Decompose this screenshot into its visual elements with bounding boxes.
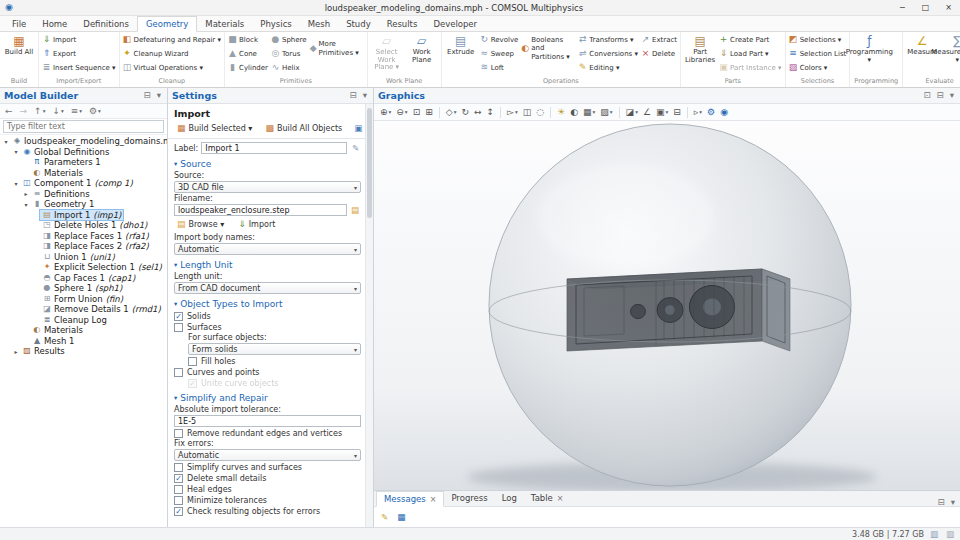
settings-scrollbar[interactable] xyxy=(365,104,373,527)
print-icon[interactable]: ⊟ xyxy=(671,107,683,118)
tree-filter-input[interactable] xyxy=(3,120,164,133)
checkbox-solids[interactable]: ✓Solids xyxy=(174,311,361,321)
tree-item-loudspeaker-modeling-domains-mph[interactable]: ▾◈loudspeaker_modeling_domains.mph(root) xyxy=(0,136,167,147)
ribbon-tab-definitions[interactable]: Definitions xyxy=(75,17,137,31)
transparency-icon[interactable]: ◐ xyxy=(568,107,580,118)
ribbon-tab-developer[interactable]: Developer xyxy=(425,17,485,31)
ribbon-tab-study[interactable]: Study xyxy=(338,17,379,31)
tree-item-import-1[interactable]: ▤Import 1(imp1) xyxy=(0,210,167,221)
close-tab-icon[interactable]: × xyxy=(430,495,437,504)
ribbon-insert-sequence[interactable]: ≣Insert Sequence ▾ xyxy=(41,61,117,74)
tree-item-results[interactable]: ▸▨Results xyxy=(0,346,167,357)
ribbon-work-plane[interactable]: ▱Work Plane xyxy=(405,33,439,76)
panel-menu-icon[interactable]: ▾ xyxy=(949,498,957,507)
rotate-view-icon[interactable]: ↻ xyxy=(459,107,471,118)
tree-item-explicit-selection-1[interactable]: ✦Explicit Selection 1(sel1) xyxy=(0,262,167,273)
checkbox-check-resulting-objects-for-errors[interactable]: ✓Check resulting objects for errors xyxy=(174,506,361,516)
ribbon-conversions[interactable]: ⇌Conversions ▾ xyxy=(577,47,639,60)
tree-item-geometry-1[interactable]: ▾▮Geometry 1 xyxy=(0,199,167,210)
checkbox-heal-edges[interactable]: Heal edges xyxy=(174,484,361,494)
ribbon-extrude[interactable]: ▤Extrude xyxy=(444,33,478,76)
tree-item-union-1[interactable]: ⊔Union 1(uni1) xyxy=(0,252,167,263)
collapse-panel-icon[interactable]: ⊟ xyxy=(142,91,153,100)
ribbon-tab-materials[interactable]: Materials xyxy=(197,17,252,31)
ribbon-extract[interactable]: ↗Extract xyxy=(640,33,678,46)
section-header-object-types-to-import[interactable]: ▾Object Types to Import xyxy=(174,299,361,309)
detach-panel-icon[interactable]: ⊡ xyxy=(921,91,932,100)
maximize-button[interactable]: □ xyxy=(914,0,937,16)
panel-menu-icon[interactable]: ▾ xyxy=(361,91,369,100)
go-to-default-view-icon[interactable]: ◇▾ xyxy=(444,107,459,118)
tree-item-replace-faces-2[interactable]: ◨Replace Faces 2(rfa2) xyxy=(0,241,167,252)
tree-item-cleanup-log[interactable]: ≣Cleanup Log xyxy=(0,315,167,326)
tree-item-parameters-1[interactable]: πParameters 1 xyxy=(0,157,167,168)
zoom-extents-icon[interactable]: ⊡ xyxy=(411,107,423,118)
ribbon-defeaturing-and-repair[interactable]: ◧Defeaturing and Repair ▾ xyxy=(122,33,222,46)
ribbon-booleans-and-partitions[interactable]: ◐Booleans and Partitions ▾ xyxy=(520,35,576,62)
show-options-icon[interactable]: ≡▾ xyxy=(69,106,84,117)
ribbon-cone[interactable]: ▲Cone xyxy=(227,47,269,60)
ribbon-export[interactable]: ⇑Export xyxy=(41,47,117,60)
ribbon-cleanup-wizard[interactable]: ✦Cleanup Wizard xyxy=(122,47,222,60)
tab-messages[interactable]: Messages× xyxy=(376,491,444,507)
panel-menu-icon[interactable]: ▾ xyxy=(948,91,956,100)
snapshot-icon[interactable]: ▣ xyxy=(352,124,364,133)
label-input[interactable] xyxy=(201,142,347,154)
ribbon-tab-results[interactable]: Results xyxy=(379,17,426,31)
tree-item-form-union[interactable]: ⊞Form Union(fin) xyxy=(0,294,167,305)
ribbon-tab-home[interactable]: Home xyxy=(34,17,75,31)
collapse-panel-icon[interactable]: ⊟ xyxy=(348,91,359,100)
ribbon-sweep[interactable]: ≈Sweep xyxy=(479,47,520,60)
camera-icon[interactable]: ◉ xyxy=(718,107,730,118)
clip-plane-icon[interactable]: ◪▾ xyxy=(624,107,640,118)
tree-item-global-definitions[interactable]: ▾◉Global Definitions xyxy=(0,147,167,158)
section-header-length-unit[interactable]: ▾Length Unit xyxy=(174,260,361,270)
tree-item-remove-details-1[interactable]: ◪Remove Details 1(rmd1) xyxy=(0,304,167,315)
plot-settings-icon[interactable]: ⚙ xyxy=(705,107,717,118)
ribbon-selections[interactable]: ◩Selections ▾ xyxy=(788,33,848,46)
wireframe-icon[interactable]: ▦▾ xyxy=(581,107,597,118)
lasso-select-icon[interactable]: ◌ xyxy=(534,107,546,118)
animation-icon[interactable]: ▹▾ xyxy=(692,107,704,118)
tilt-view-icon[interactable]: ↕ xyxy=(485,107,497,118)
ribbon-tab-geometry[interactable]: Geometry xyxy=(137,16,197,32)
zoom-out-icon[interactable]: ⊖▾ xyxy=(394,107,409,118)
tab-table[interactable]: Table× xyxy=(524,490,571,506)
collapse-panel-icon[interactable]: ⊟ xyxy=(935,91,946,100)
ribbon-load-part[interactable]: ⇓Load Part ▾ xyxy=(718,47,783,60)
checkbox-simplify-curves-and-surfaces[interactable]: Simplify curves and surfaces xyxy=(174,462,361,472)
button-build-selected[interactable]: ▦Build Selected ▾ xyxy=(174,123,255,134)
graphics-canvas[interactable] xyxy=(374,121,960,490)
tree-item-replace-faces-1[interactable]: ◨Replace Faces 1(rfa1) xyxy=(0,231,167,242)
tree-item-component-1[interactable]: ▾◫Component 1(comp 1) xyxy=(0,178,167,189)
checkbox-minimize-tolerances[interactable]: Minimize tolerances xyxy=(174,495,361,505)
memory-physical-icon[interactable]: ▥ xyxy=(928,530,940,539)
ribbon-part-libraries[interactable]: ▤Part Libraries xyxy=(683,33,717,76)
ribbon-import[interactable]: ⇓Import xyxy=(41,33,117,46)
checkbox-surfaces[interactable]: Surfaces xyxy=(174,322,361,332)
ribbon-programming[interactable]: ƒProgramming ▾ xyxy=(852,33,886,76)
ribbon-measurements[interactable]: ∑Measurements ▾ xyxy=(940,33,960,76)
length-unit-select[interactable]: From CAD document▾ xyxy=(174,282,361,294)
ribbon-colors[interactable]: ▨Colors ▾ xyxy=(788,61,848,74)
collapse-panel-icon[interactable]: ⊟ xyxy=(936,498,947,507)
close-button[interactable]: × xyxy=(937,0,960,16)
pan-view-icon[interactable]: ↔ xyxy=(472,107,484,118)
close-tab-icon[interactable]: × xyxy=(557,494,564,503)
ribbon-editing[interactable]: ✎Editing ▾ xyxy=(577,61,639,74)
checkbox-remove-redundant-edges-and-vertices[interactable]: Remove redundant edges and vertices xyxy=(174,428,361,438)
image-snapshot-icon[interactable]: ▣▾ xyxy=(654,107,670,118)
forward-icon[interactable]: → xyxy=(18,106,30,117)
ribbon-create-part[interactable]: +Create Part xyxy=(718,33,783,46)
ribbon-tab-mesh[interactable]: Mesh xyxy=(300,17,338,31)
measure-tool-icon[interactable]: ∠ xyxy=(641,107,653,118)
move-down-icon[interactable]: ↓▾ xyxy=(50,106,65,117)
ribbon-delete[interactable]: ×Delete xyxy=(640,47,678,60)
back-icon[interactable]: ← xyxy=(3,106,15,117)
file-browse-icon[interactable]: ▤ xyxy=(349,206,361,215)
import-body-names-select[interactable]: Automatic▾ xyxy=(174,243,361,255)
fix-errors-select[interactable]: Automatic▾ xyxy=(174,449,361,461)
checkbox-curves-and-points[interactable]: Curves and points xyxy=(174,367,361,377)
ribbon-build-all[interactable]: ▦Build All xyxy=(2,33,36,76)
memory-virtual-icon[interactable]: ▥ xyxy=(944,530,956,539)
